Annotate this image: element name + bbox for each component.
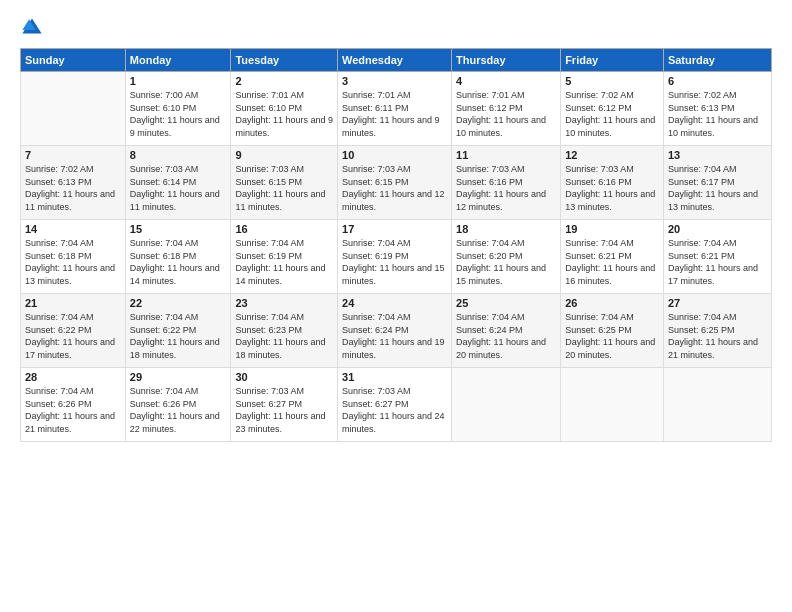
day-number: 20 — [668, 223, 767, 235]
table-row — [663, 368, 771, 442]
day-number: 12 — [565, 149, 659, 161]
table-header-row: SundayMondayTuesdayWednesdayThursdayFrid… — [21, 49, 772, 72]
table-row: 8Sunrise: 7:03 AMSunset: 6:14 PMDaylight… — [125, 146, 231, 220]
calendar-week-row: 7Sunrise: 7:02 AMSunset: 6:13 PMDaylight… — [21, 146, 772, 220]
page: SundayMondayTuesdayWednesdayThursdayFrid… — [0, 0, 792, 612]
table-row: 22Sunrise: 7:04 AMSunset: 6:22 PMDayligh… — [125, 294, 231, 368]
col-header-saturday: Saturday — [663, 49, 771, 72]
day-detail: Sunrise: 7:04 AMSunset: 6:17 PMDaylight:… — [668, 163, 767, 213]
table-row: 7Sunrise: 7:02 AMSunset: 6:13 PMDaylight… — [21, 146, 126, 220]
day-number: 27 — [668, 297, 767, 309]
table-row: 11Sunrise: 7:03 AMSunset: 6:16 PMDayligh… — [452, 146, 561, 220]
calendar-week-row: 21Sunrise: 7:04 AMSunset: 6:22 PMDayligh… — [21, 294, 772, 368]
table-row: 9Sunrise: 7:03 AMSunset: 6:15 PMDaylight… — [231, 146, 338, 220]
day-detail: Sunrise: 7:03 AMSunset: 6:27 PMDaylight:… — [342, 385, 447, 435]
col-header-wednesday: Wednesday — [338, 49, 452, 72]
day-number: 2 — [235, 75, 333, 87]
day-number: 14 — [25, 223, 121, 235]
table-row: 31Sunrise: 7:03 AMSunset: 6:27 PMDayligh… — [338, 368, 452, 442]
day-number: 30 — [235, 371, 333, 383]
day-number: 25 — [456, 297, 556, 309]
table-row: 18Sunrise: 7:04 AMSunset: 6:20 PMDayligh… — [452, 220, 561, 294]
table-row — [21, 72, 126, 146]
table-row: 10Sunrise: 7:03 AMSunset: 6:15 PMDayligh… — [338, 146, 452, 220]
day-detail: Sunrise: 7:04 AMSunset: 6:22 PMDaylight:… — [25, 311, 121, 361]
day-number: 15 — [130, 223, 227, 235]
day-number: 31 — [342, 371, 447, 383]
day-detail: Sunrise: 7:04 AMSunset: 6:22 PMDaylight:… — [130, 311, 227, 361]
day-number: 13 — [668, 149, 767, 161]
day-detail: Sunrise: 7:04 AMSunset: 6:19 PMDaylight:… — [342, 237, 447, 287]
table-row: 14Sunrise: 7:04 AMSunset: 6:18 PMDayligh… — [21, 220, 126, 294]
table-row: 2Sunrise: 7:01 AMSunset: 6:10 PMDaylight… — [231, 72, 338, 146]
day-number: 10 — [342, 149, 447, 161]
table-row: 1Sunrise: 7:00 AMSunset: 6:10 PMDaylight… — [125, 72, 231, 146]
day-detail: Sunrise: 7:04 AMSunset: 6:26 PMDaylight:… — [25, 385, 121, 435]
col-header-monday: Monday — [125, 49, 231, 72]
col-header-thursday: Thursday — [452, 49, 561, 72]
table-row: 27Sunrise: 7:04 AMSunset: 6:25 PMDayligh… — [663, 294, 771, 368]
day-detail: Sunrise: 7:01 AMSunset: 6:12 PMDaylight:… — [456, 89, 556, 139]
day-detail: Sunrise: 7:03 AMSunset: 6:15 PMDaylight:… — [235, 163, 333, 213]
day-detail: Sunrise: 7:04 AMSunset: 6:23 PMDaylight:… — [235, 311, 333, 361]
table-row: 17Sunrise: 7:04 AMSunset: 6:19 PMDayligh… — [338, 220, 452, 294]
table-row: 26Sunrise: 7:04 AMSunset: 6:25 PMDayligh… — [561, 294, 664, 368]
day-number: 23 — [235, 297, 333, 309]
day-detail: Sunrise: 7:04 AMSunset: 6:21 PMDaylight:… — [668, 237, 767, 287]
table-row: 24Sunrise: 7:04 AMSunset: 6:24 PMDayligh… — [338, 294, 452, 368]
day-number: 29 — [130, 371, 227, 383]
col-header-friday: Friday — [561, 49, 664, 72]
table-row: 19Sunrise: 7:04 AMSunset: 6:21 PMDayligh… — [561, 220, 664, 294]
day-number: 1 — [130, 75, 227, 87]
day-detail: Sunrise: 7:04 AMSunset: 6:19 PMDaylight:… — [235, 237, 333, 287]
day-number: 24 — [342, 297, 447, 309]
table-row: 30Sunrise: 7:03 AMSunset: 6:27 PMDayligh… — [231, 368, 338, 442]
day-detail: Sunrise: 7:01 AMSunset: 6:10 PMDaylight:… — [235, 89, 333, 139]
day-detail: Sunrise: 7:04 AMSunset: 6:18 PMDaylight:… — [130, 237, 227, 287]
day-detail: Sunrise: 7:04 AMSunset: 6:20 PMDaylight:… — [456, 237, 556, 287]
table-row — [561, 368, 664, 442]
day-detail: Sunrise: 7:03 AMSunset: 6:16 PMDaylight:… — [456, 163, 556, 213]
day-detail: Sunrise: 7:02 AMSunset: 6:12 PMDaylight:… — [565, 89, 659, 139]
table-row — [452, 368, 561, 442]
day-detail: Sunrise: 7:04 AMSunset: 6:25 PMDaylight:… — [565, 311, 659, 361]
col-header-sunday: Sunday — [21, 49, 126, 72]
day-number: 4 — [456, 75, 556, 87]
calendar-table: SundayMondayTuesdayWednesdayThursdayFrid… — [20, 48, 772, 442]
day-number: 18 — [456, 223, 556, 235]
day-detail: Sunrise: 7:03 AMSunset: 6:14 PMDaylight:… — [130, 163, 227, 213]
table-row: 3Sunrise: 7:01 AMSunset: 6:11 PMDaylight… — [338, 72, 452, 146]
table-row: 13Sunrise: 7:04 AMSunset: 6:17 PMDayligh… — [663, 146, 771, 220]
calendar-week-row: 28Sunrise: 7:04 AMSunset: 6:26 PMDayligh… — [21, 368, 772, 442]
day-detail: Sunrise: 7:03 AMSunset: 6:15 PMDaylight:… — [342, 163, 447, 213]
day-detail: Sunrise: 7:01 AMSunset: 6:11 PMDaylight:… — [342, 89, 447, 139]
table-row: 4Sunrise: 7:01 AMSunset: 6:12 PMDaylight… — [452, 72, 561, 146]
table-row: 28Sunrise: 7:04 AMSunset: 6:26 PMDayligh… — [21, 368, 126, 442]
day-detail: Sunrise: 7:04 AMSunset: 6:24 PMDaylight:… — [342, 311, 447, 361]
day-detail: Sunrise: 7:04 AMSunset: 6:24 PMDaylight:… — [456, 311, 556, 361]
table-row: 25Sunrise: 7:04 AMSunset: 6:24 PMDayligh… — [452, 294, 561, 368]
day-number: 6 — [668, 75, 767, 87]
day-number: 28 — [25, 371, 121, 383]
day-number: 8 — [130, 149, 227, 161]
table-row: 12Sunrise: 7:03 AMSunset: 6:16 PMDayligh… — [561, 146, 664, 220]
day-detail: Sunrise: 7:04 AMSunset: 6:21 PMDaylight:… — [565, 237, 659, 287]
calendar-week-row: 14Sunrise: 7:04 AMSunset: 6:18 PMDayligh… — [21, 220, 772, 294]
table-row: 6Sunrise: 7:02 AMSunset: 6:13 PMDaylight… — [663, 72, 771, 146]
table-row: 20Sunrise: 7:04 AMSunset: 6:21 PMDayligh… — [663, 220, 771, 294]
table-row: 16Sunrise: 7:04 AMSunset: 6:19 PMDayligh… — [231, 220, 338, 294]
day-detail: Sunrise: 7:03 AMSunset: 6:27 PMDaylight:… — [235, 385, 333, 435]
day-number: 21 — [25, 297, 121, 309]
day-number: 3 — [342, 75, 447, 87]
logo-icon — [20, 16, 44, 40]
day-number: 17 — [342, 223, 447, 235]
day-detail: Sunrise: 7:02 AMSunset: 6:13 PMDaylight:… — [25, 163, 121, 213]
day-detail: Sunrise: 7:03 AMSunset: 6:16 PMDaylight:… — [565, 163, 659, 213]
table-row: 29Sunrise: 7:04 AMSunset: 6:26 PMDayligh… — [125, 368, 231, 442]
logo — [20, 16, 50, 40]
day-number: 26 — [565, 297, 659, 309]
header — [20, 16, 772, 40]
col-header-tuesday: Tuesday — [231, 49, 338, 72]
day-number: 5 — [565, 75, 659, 87]
day-number: 22 — [130, 297, 227, 309]
